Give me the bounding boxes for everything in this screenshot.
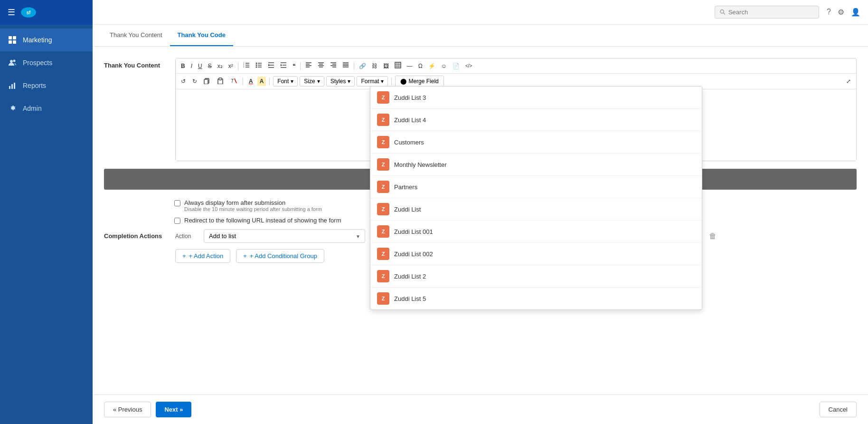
list-item-label: Zuddi List 4	[394, 116, 426, 124]
toolbar-sep-5	[269, 77, 270, 85]
paste-text-button[interactable]	[215, 76, 226, 87]
help-icon[interactable]: ?	[827, 8, 831, 17]
flash-button[interactable]: ⚡	[426, 61, 438, 71]
settings-icon[interactable]: ⚙	[838, 8, 844, 17]
list-item[interactable]: Z Zuddi List 4	[370, 109, 702, 131]
font-dropdown[interactable]: Font ▾	[273, 76, 298, 87]
sidebar-item-reports[interactable]: Reports	[0, 74, 93, 97]
link-button[interactable]: 🔗	[357, 61, 368, 71]
list-delete-button[interactable]: 🗑	[706, 229, 719, 243]
always-display-checkbox[interactable]	[174, 200, 180, 206]
blockquote-button[interactable]: ❝	[290, 61, 298, 71]
undo-button[interactable]: ↺	[179, 77, 188, 86]
list-item-icon: Z	[377, 158, 389, 171]
svg-rect-4	[9, 40, 12, 44]
previous-button[interactable]: « Previous	[104, 402, 151, 417]
align-center-button[interactable]	[315, 60, 327, 71]
font-color-button[interactable]: A	[246, 77, 255, 86]
bold-button[interactable]: B	[179, 61, 188, 71]
align-left-button[interactable]	[303, 60, 314, 71]
svg-point-20	[255, 65, 257, 66]
add-action-button[interactable]: + + Add Action	[175, 249, 230, 263]
redo-button[interactable]: ↻	[190, 77, 199, 86]
subscript-button[interactable]: x₂	[215, 61, 225, 71]
cancel-button[interactable]: Cancel	[820, 402, 857, 417]
list-item[interactable]: Z Customers	[370, 131, 702, 154]
table-icon	[395, 62, 401, 68]
emoji-button[interactable]: ☺	[439, 61, 449, 71]
sidebar-navigation: Marketing Prospects Reports Admin	[0, 29, 93, 120]
align-right-button[interactable]	[328, 60, 339, 71]
action-select[interactable]: Add to list	[204, 229, 365, 243]
ordered-list-button[interactable]: 123	[241, 60, 252, 71]
svg-line-59	[235, 78, 236, 83]
list-item[interactable]: Z Zuddi List	[370, 198, 702, 221]
svg-text:3: 3	[243, 66, 245, 68]
list-item[interactable]: Z Zuddi List 002	[370, 243, 702, 265]
image-button[interactable]: 🖼	[381, 61, 391, 71]
svg-rect-55	[204, 79, 208, 84]
svg-rect-9	[11, 84, 13, 89]
tab-thank-you-code[interactable]: Thank You Code	[170, 25, 233, 46]
sidebar-item-prospects[interactable]: Prospects	[0, 51, 93, 74]
hr-button[interactable]: —	[405, 61, 415, 71]
source-button[interactable]: </>	[463, 62, 474, 70]
list-item-label: Customers	[394, 139, 424, 146]
format-dropdown[interactable]: Format ▾	[357, 76, 388, 87]
strikethrough-button[interactable]: S	[206, 61, 214, 71]
list-item-label: Zuddi List 3	[394, 94, 426, 101]
clear-format-icon: T	[230, 77, 237, 84]
size-chevron-icon: ▾	[317, 78, 320, 85]
list-item-label: Zuddi List 002	[394, 251, 433, 258]
list-item-label: Monthly Newsletter	[394, 161, 447, 168]
font-bg-button[interactable]: A	[257, 77, 266, 86]
content-area: Thank You Content B I U S x₂ x² 123	[93, 47, 868, 395]
completion-actions-label: Completion Actions	[104, 229, 166, 263]
svg-rect-10	[14, 83, 15, 89]
svg-point-6	[10, 60, 13, 63]
list-item[interactable]: Z Zuddi List 2	[370, 265, 702, 288]
toolbar-row1: B I U S x₂ x² 123	[176, 58, 856, 74]
indent-decrease-button[interactable]	[265, 60, 277, 71]
settings-icon	[8, 104, 17, 113]
redirect-checkbox[interactable]	[174, 218, 180, 224]
add-conditional-group-button[interactable]: + + Add Conditional Group	[236, 249, 324, 263]
sidebar: ☰ sf Marketing Prospects Reports	[0, 0, 93, 424]
list-item[interactable]: Z Zuddi List 001	[370, 221, 702, 243]
sidebar-item-admin[interactable]: Admin	[0, 97, 93, 120]
svg-rect-57	[219, 78, 222, 80]
table-button[interactable]	[392, 60, 404, 71]
styles-dropdown[interactable]: Styles ▾	[326, 76, 355, 87]
editor-expand-button[interactable]: ⤢	[844, 77, 853, 86]
superscript-button[interactable]: x²	[226, 61, 236, 71]
template-button[interactable]: 📄	[450, 61, 462, 71]
tab-thank-you-content[interactable]: Thank You Content	[102, 25, 170, 46]
search-box[interactable]	[715, 6, 819, 19]
styles-chevron-icon: ▾	[348, 78, 350, 85]
clear-format-button[interactable]: T	[228, 76, 239, 87]
list-item[interactable]: Z Zuddi List 3	[370, 87, 702, 109]
hamburger-icon[interactable]: ☰	[8, 7, 15, 18]
list-item-icon: Z	[377, 203, 389, 215]
svg-text:sf: sf	[27, 10, 31, 15]
unordered-list-button[interactable]	[253, 60, 264, 71]
section-label-thank-you: Thank You Content	[104, 58, 166, 161]
align-justify-button[interactable]	[340, 60, 351, 71]
special-char-button[interactable]: Ω	[416, 61, 425, 71]
indent-increase-button[interactable]	[278, 60, 289, 71]
copy-format-button[interactable]	[201, 76, 213, 87]
unlink-button[interactable]: ⛓	[369, 61, 380, 71]
sidebar-item-marketing[interactable]: Marketing	[0, 29, 93, 51]
user-icon[interactable]: 👤	[851, 8, 860, 17]
list-item-icon: Z	[377, 136, 389, 148]
size-dropdown[interactable]: Size ▾	[300, 76, 324, 87]
underline-button[interactable]: U	[196, 61, 205, 71]
footer-left: « Previous Next »	[104, 402, 191, 417]
merge-field-button[interactable]: ⬤ Merge Field	[395, 76, 443, 87]
list-item[interactable]: Z Partners	[370, 176, 702, 198]
list-item[interactable]: Z Monthly Newsletter	[370, 154, 702, 176]
search-input[interactable]	[728, 9, 814, 16]
italic-button[interactable]: I	[189, 61, 195, 71]
list-item[interactable]: Z Zuddi List 5	[370, 288, 702, 309]
next-button[interactable]: Next »	[156, 402, 191, 417]
